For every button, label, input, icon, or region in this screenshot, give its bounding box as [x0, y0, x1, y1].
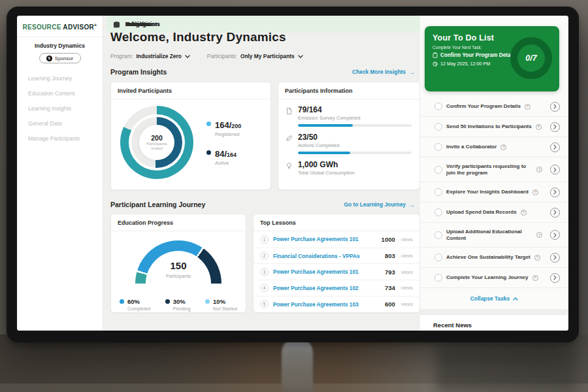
- info-icon[interactable]: ?: [536, 232, 542, 238]
- task-row: Complete Your Learning Journey ?: [420, 268, 568, 288]
- info-icon[interactable]: ?: [525, 104, 531, 110]
- lesson-row: 4 Power Purchase Agreements 102 734 view…: [253, 280, 419, 296]
- task-checkbox[interactable]: [434, 231, 442, 239]
- emission-survey-row: 79/164 Emission Survey Completed: [285, 105, 412, 127]
- task-row: Invite a Collaborator ?: [420, 137, 568, 157]
- legend-dot: [120, 299, 124, 304]
- info-icon[interactable]: ?: [534, 255, 540, 261]
- task-chevron-button[interactable]: [550, 165, 560, 174]
- legend-dot: [206, 150, 211, 155]
- task-chevron-button[interactable]: [550, 102, 560, 112]
- lesson-link[interactable]: Power Purchase Agreements 102: [273, 285, 359, 291]
- todo-counter: 0/7: [525, 54, 536, 63]
- todo-column: Your To Do List Complete Your Next Task:…: [420, 16, 568, 331]
- participants-dropdown-label: Participants:: [207, 53, 237, 59]
- sidebar: RESOURCE ADVISOR+ Industry Dynamics $ Sp…: [17, 16, 103, 331]
- task-row: Send 50 Invitations to Participants ?: [420, 117, 568, 137]
- donut-legend: 164/200 Registered 84/164 Active: [206, 119, 241, 166]
- participants-dropdown-value: Only My Participants: [240, 53, 295, 59]
- actions-completed-row: 23/50 Actions Completed: [285, 133, 412, 154]
- donut-center-label: 200 Participants Invited: [120, 106, 193, 179]
- task-checkbox[interactable]: [434, 253, 442, 261]
- recent-news-card: Recent News: [420, 314, 568, 331]
- todo-next-task: Confirm Your Program Details: [433, 52, 517, 58]
- legend-active: 84/164 Active: [206, 148, 241, 166]
- task-checkbox[interactable]: [434, 166, 442, 174]
- learning-journey-heading: Participant Learning Journey: [110, 201, 205, 208]
- legend-completed: 60% Completed: [120, 298, 150, 312]
- progress-bar: [298, 124, 412, 127]
- page-title: Welcome, Industry Dynamics: [110, 30, 286, 44]
- lesson-rank-badge: 3: [260, 268, 269, 276]
- sidebar-nav: Home Insights Education Learning Journey…: [17, 71, 103, 146]
- task-chevron-button[interactable]: [550, 208, 560, 218]
- info-icon[interactable]: ?: [500, 144, 506, 150]
- lesson-link[interactable]: Power Purchase Agreements 101: [273, 236, 359, 242]
- sidebar-item-label: Education Content: [28, 90, 74, 97]
- todo-task-list: Confirm Your Program Details ? Send 50 I…: [420, 97, 568, 288]
- arrow-right-icon: →: [408, 201, 415, 208]
- program-dropdown-value: Industrialize Zero: [136, 53, 181, 59]
- info-icon[interactable]: ?: [532, 275, 538, 281]
- task-chevron-button[interactable]: [550, 230, 560, 240]
- leaf-icon: [285, 135, 293, 154]
- gauge-center-label: Participants: [135, 273, 221, 279]
- task-chevron-button[interactable]: [550, 142, 560, 152]
- task-checkbox[interactable]: [434, 103, 442, 110]
- main-content: Welcome, Industry Dynamics Program: Indu…: [103, 16, 420, 331]
- card-title: Education Progress: [111, 214, 246, 231]
- lesson-row: 2 Financial Considerations - VPPAs 803 v…: [253, 248, 419, 264]
- legend-registered: 164/200 Registered: [206, 119, 241, 137]
- program-dropdown[interactable]: Program: Industrialize Zero: [110, 53, 190, 59]
- go-to-learning-journey-link[interactable]: Go to Learning Journey →: [344, 201, 415, 208]
- sidebar-item-label: Manage Participants: [28, 135, 80, 142]
- sidebar-item-manage-participants[interactable]: Manage Participants: [17, 131, 103, 146]
- info-icon[interactable]: ?: [521, 210, 527, 216]
- sidebar-item-education-content[interactable]: Education Content: [17, 86, 103, 101]
- lesson-link[interactable]: Financial Considerations - VPPAs: [273, 253, 360, 259]
- todo-due-date: 12 May 2025, 12:00 PM: [433, 61, 517, 67]
- task-checkbox[interactable]: [434, 208, 442, 216]
- gauge-center-value: 150: [135, 260, 221, 271]
- clipboard-icon: [433, 52, 438, 58]
- task-checkbox[interactable]: [434, 274, 442, 282]
- task-chevron-button[interactable]: [550, 188, 560, 197]
- sidebar-item-learning-journey[interactable]: Learning Journey: [17, 71, 103, 86]
- task-chevron-button[interactable]: [550, 122, 560, 132]
- lesson-rank-badge: 5: [260, 300, 269, 308]
- sponsor-icon: $: [46, 56, 52, 61]
- education-progress-card: Education Progress 150 Participants: [110, 214, 246, 313]
- task-row: Confirm Your Program Details ?: [420, 97, 568, 117]
- legend-pending: 30% Pending: [165, 298, 191, 312]
- participants-dropdown[interactable]: Participants: Only My Participants: [207, 53, 303, 59]
- task-checkbox[interactable]: [434, 143, 442, 151]
- legend-not-started: 10% Not Started: [205, 298, 237, 312]
- task-chevron-button[interactable]: [550, 253, 560, 263]
- lesson-row: 3 Power Purchase Agreements 101 793 view…: [253, 263, 419, 280]
- sidebar-item-learning-insights[interactable]: Learning Insights: [17, 101, 103, 116]
- sidebar-item-label: Learning Insights: [28, 105, 71, 112]
- todo-panel: Your To Do List Complete Your Next Task:…: [425, 26, 559, 91]
- todo-subtitle: Complete Your Next Task:: [433, 45, 517, 50]
- sidebar-item-general-data[interactable]: General Data: [17, 116, 103, 131]
- program-dropdown-label: Program:: [110, 53, 133, 59]
- legend-dot: [206, 122, 211, 126]
- gauge-legend: 60% Completed 30% Pending 10% Not Starte…: [111, 298, 246, 312]
- chevron-up-icon: [513, 297, 518, 301]
- check-more-insights-link[interactable]: Check More Insights →: [352, 69, 415, 76]
- task-chevron-button[interactable]: [550, 273, 560, 283]
- background-shadow: [436, 345, 576, 392]
- link-label: Go to Learning Journey: [344, 201, 406, 208]
- lesson-rank-badge: 4: [260, 284, 269, 292]
- collapse-tasks-link[interactable]: Collapse Tasks: [420, 291, 568, 306]
- sidebar-item-label: General Data: [28, 120, 62, 127]
- task-checkbox[interactable]: [434, 123, 442, 131]
- info-icon[interactable]: ?: [532, 189, 538, 195]
- info-icon[interactable]: ?: [536, 124, 542, 130]
- program-insights-heading: Program Insights: [110, 68, 167, 76]
- lesson-link[interactable]: Power Purchase Agreements 103: [273, 301, 359, 308]
- info-icon[interactable]: ?: [536, 167, 542, 172]
- survey-icon: [285, 107, 293, 127]
- lesson-link[interactable]: Power Purchase Agreements 101: [273, 269, 359, 275]
- task-checkbox[interactable]: [434, 188, 442, 196]
